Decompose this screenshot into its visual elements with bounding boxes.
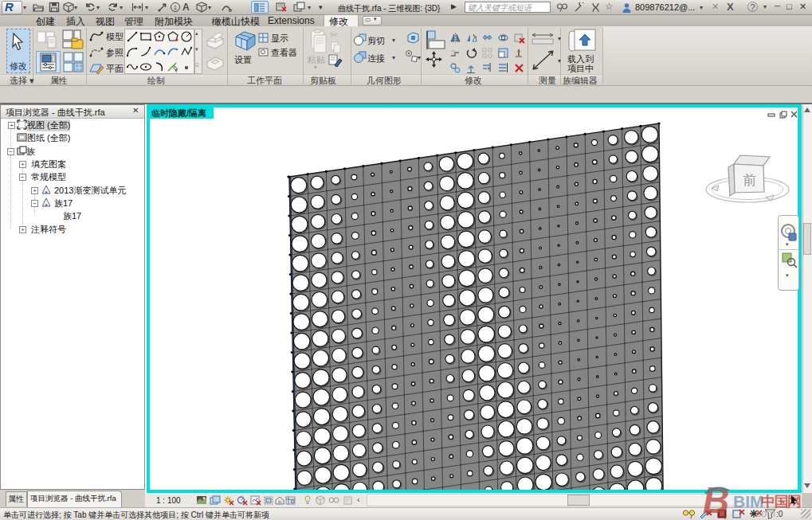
svg-text:1: 1 — [174, 4, 178, 11]
svg-text:前: 前 — [743, 173, 757, 188]
